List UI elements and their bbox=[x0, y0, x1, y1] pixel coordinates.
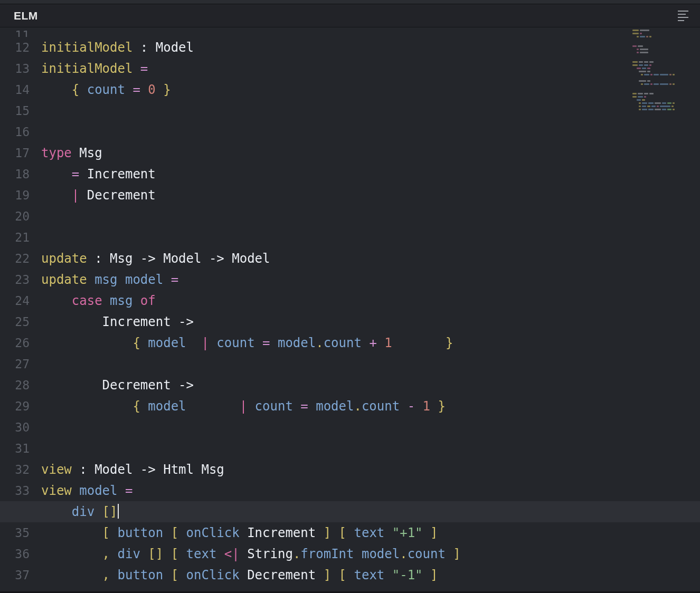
code-token bbox=[133, 293, 140, 308]
line-number: 36 bbox=[0, 543, 35, 565]
code-line[interactable] bbox=[41, 353, 700, 375]
code-line[interactable]: = Increment bbox=[41, 164, 700, 185]
code-token: = bbox=[171, 272, 178, 287]
code-token: update bbox=[41, 251, 87, 266]
line-number: 29 bbox=[0, 396, 35, 417]
code-line[interactable] bbox=[41, 30, 700, 37]
code-token: model bbox=[278, 336, 316, 350]
code-line[interactable] bbox=[41, 438, 700, 459]
code-token bbox=[293, 399, 300, 414]
code-token bbox=[41, 378, 102, 393]
line-number: 12 bbox=[0, 37, 35, 58]
code-token: update bbox=[41, 272, 87, 287]
line-number: 23 bbox=[0, 269, 35, 290]
code-token: ] bbox=[324, 568, 331, 582]
code-line[interactable] bbox=[41, 100, 700, 121]
code-token: Model bbox=[94, 462, 133, 477]
code-token: = bbox=[262, 336, 270, 350]
line-number: 24 bbox=[0, 290, 35, 311]
line-number: 21 bbox=[0, 227, 35, 248]
code-token bbox=[163, 272, 171, 287]
code-token: Decrement bbox=[87, 188, 156, 203]
code-line[interactable]: initialModel : Model bbox=[41, 37, 700, 58]
code-line[interactable]: initialModel = bbox=[41, 58, 700, 79]
code-line[interactable] bbox=[41, 206, 700, 227]
code-token: { bbox=[72, 82, 79, 97]
code-token: model bbox=[316, 399, 354, 414]
code-token: model bbox=[125, 272, 163, 287]
code-token: count bbox=[87, 82, 125, 97]
code-token bbox=[41, 188, 72, 203]
code-line[interactable]: { count = 0 } bbox=[41, 79, 700, 100]
code-token bbox=[87, 272, 94, 287]
code-token bbox=[178, 525, 186, 540]
line-number: 13 bbox=[0, 58, 35, 79]
code-line[interactable]: update : Msg -> Model -> Model bbox=[41, 248, 700, 269]
code-token bbox=[102, 293, 110, 308]
code-token: -> bbox=[201, 251, 232, 266]
code-token bbox=[270, 336, 278, 350]
code-token bbox=[384, 568, 392, 582]
code-token bbox=[178, 568, 186, 582]
code-line[interactable]: view : Model -> Html Msg bbox=[41, 459, 700, 480]
code-token: [] bbox=[102, 504, 118, 519]
code-token: button bbox=[118, 568, 164, 582]
code-token: text bbox=[354, 525, 384, 540]
code-token: Msg bbox=[110, 251, 133, 266]
code-line[interactable]: { model | count = model.count - 1 } bbox=[41, 396, 700, 417]
code-token: Msg bbox=[201, 462, 224, 477]
code-token: model bbox=[148, 336, 186, 350]
code-line[interactable]: update msg model = bbox=[41, 269, 700, 290]
code-token bbox=[240, 525, 247, 540]
code-token: [ bbox=[171, 547, 178, 561]
code-line[interactable]: , button [ onClick Decrement ] [ text "-… bbox=[41, 565, 700, 586]
code-token bbox=[392, 336, 446, 350]
code-token bbox=[171, 314, 178, 329]
code-token bbox=[110, 525, 117, 540]
code-token bbox=[140, 82, 148, 97]
code-area[interactable]: initialModel : ModelinitialModel = { cou… bbox=[41, 30, 700, 586]
code-token: = bbox=[125, 483, 133, 498]
code-token: : bbox=[133, 40, 155, 55]
code-line[interactable]: view model = bbox=[41, 480, 700, 501]
line-number: 16 bbox=[0, 121, 35, 142]
format-icon[interactable] bbox=[678, 11, 688, 21]
code-line[interactable] bbox=[41, 227, 700, 248]
code-token: initialModel bbox=[41, 61, 133, 76]
code-token: case bbox=[72, 293, 102, 308]
code-token: count bbox=[324, 336, 362, 350]
code-token: <| bbox=[224, 547, 240, 561]
code-token: model bbox=[148, 399, 186, 414]
line-number: 35 bbox=[0, 522, 35, 543]
code-token: Model bbox=[156, 40, 194, 55]
code-line[interactable]: , div [] [ text <| String.fromInt model.… bbox=[41, 543, 700, 565]
code-token bbox=[41, 525, 102, 540]
line-number: 26 bbox=[0, 332, 35, 353]
code-line[interactable]: { model | count = model.count + 1 } bbox=[41, 332, 700, 353]
language-label: ELM bbox=[14, 9, 38, 22]
code-line[interactable]: | Decrement bbox=[41, 185, 700, 206]
code-line[interactable]: type Msg bbox=[41, 142, 700, 164]
code-token: Html bbox=[163, 462, 194, 477]
code-token: = bbox=[140, 61, 148, 76]
code-token bbox=[362, 336, 369, 350]
code-line[interactable]: div [] bbox=[0, 501, 700, 522]
code-line[interactable]: Decrement -> bbox=[41, 375, 700, 396]
code-token: ] bbox=[430, 525, 438, 540]
code-editor[interactable]: 1112131415161718192021222324252627282930… bbox=[0, 27, 700, 593]
code-token: [ bbox=[339, 568, 346, 582]
code-line[interactable] bbox=[41, 417, 700, 438]
code-token bbox=[72, 483, 79, 498]
code-token: Model bbox=[232, 251, 270, 266]
code-line[interactable] bbox=[41, 121, 700, 142]
line-number: 25 bbox=[0, 311, 35, 332]
code-line[interactable]: Increment -> bbox=[41, 311, 700, 332]
line-number: 30 bbox=[0, 417, 35, 438]
line-number: 18 bbox=[0, 164, 35, 185]
code-line[interactable]: case msg of bbox=[41, 290, 700, 311]
code-token bbox=[140, 336, 148, 350]
code-token: msg bbox=[110, 293, 133, 308]
code-token: msg bbox=[94, 272, 117, 287]
code-line[interactable]: [ button [ onClick Increment ] [ text "+… bbox=[41, 522, 700, 543]
editor-header: ELM bbox=[0, 4, 700, 27]
